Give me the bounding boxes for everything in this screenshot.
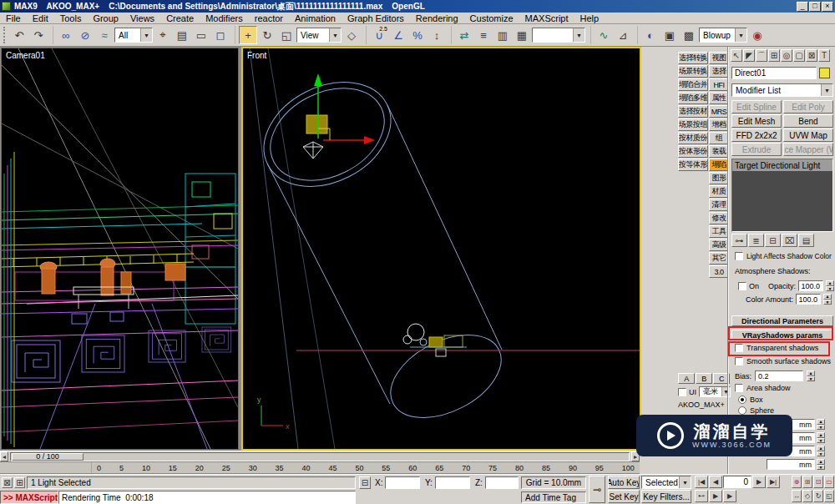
menu-item[interactable]: Tools <box>54 13 88 23</box>
color-amount-field[interactable]: 100.0 <box>796 294 821 305</box>
uvw-map-button[interactable]: UVW Map <box>783 129 833 142</box>
play-animation-icon[interactable]: ▶ <box>709 490 722 502</box>
add-time-tag[interactable]: Add Time Tag <box>521 491 586 503</box>
script-button[interactable]: 按体形份 <box>678 145 708 158</box>
next-frame-icon[interactable]: ▶ <box>752 476 766 488</box>
set-key-button[interactable]: Set Key <box>608 490 640 503</box>
minimize-button[interactable]: _ <box>797 2 808 12</box>
region-select-icon[interactable]: ▭ <box>192 26 210 44</box>
edit-spline-button[interactable]: Edit Spline <box>731 100 782 113</box>
script-button[interactable]: 按等体形 <box>678 159 708 171</box>
menu-item[interactable]: Customize <box>464 13 519 23</box>
menu-item[interactable]: Animation <box>289 13 342 23</box>
named-sets-dropdown[interactable]: ▼ <box>532 28 585 43</box>
make-unique-icon[interactable]: ⊟ <box>765 234 781 247</box>
area-shadow-checkbox[interactable] <box>735 384 743 392</box>
modifier-stack-item[interactable]: Target Directional Light <box>732 159 832 171</box>
key-mode-toggle-icon[interactable]: ⊷ <box>695 490 708 502</box>
modify-tab-icon[interactable]: ⌒ <box>756 49 767 62</box>
motion-tab-icon[interactable]: ◎ <box>781 49 792 62</box>
zoom-icon[interactable]: ⊕ <box>792 476 802 488</box>
spinner-snap-icon[interactable]: ↕ <box>428 26 446 44</box>
select-object-icon[interactable]: ⌖ <box>154 26 172 44</box>
select-move-icon[interactable]: + <box>239 26 257 44</box>
script-button[interactable]: 增档 <box>709 118 729 131</box>
select-by-name-icon[interactable]: ▤ <box>173 26 191 44</box>
viewport-front-label[interactable]: Front <box>247 51 266 60</box>
previous-frame-icon[interactable]: ◀ <box>709 476 722 488</box>
window-crossing-icon[interactable]: ◻ <box>211 26 230 44</box>
curve-editor-icon[interactable]: ∿ <box>595 26 613 44</box>
remove-modifier-icon[interactable]: ⌧ <box>782 234 797 247</box>
script-button[interactable]: 装载 <box>709 145 729 158</box>
snaps-toggle-icon[interactable]: ∪2.5 <box>370 26 388 44</box>
script-button[interactable]: 塌陷合并 <box>678 78 708 91</box>
transparent-shadows-checkbox[interactable] <box>735 344 743 352</box>
z-coordinate-field[interactable] <box>485 476 519 489</box>
directional-parameters-rollout[interactable]: Directional Parameters <box>731 315 833 326</box>
current-frame-field[interactable]: 0 <box>723 476 752 488</box>
abc-button[interactable]: B <box>696 373 712 384</box>
menu-item[interactable]: Graph Editors <box>342 13 410 23</box>
named-selection-sets-icon[interactable]: ▦ <box>513 26 531 44</box>
script-button[interactable]: HFI <box>709 78 729 91</box>
use-pivot-icon[interactable]: ◇ <box>342 26 361 44</box>
script-button[interactable]: 3.0 <box>709 265 729 278</box>
render-setup-icon[interactable]: ▣ <box>660 26 679 44</box>
display-tab-icon[interactable]: ▢ <box>793 49 805 62</box>
modifier-list-dropdown[interactable]: Modifier List ▼ <box>731 83 833 97</box>
redo-icon[interactable]: ↷ <box>29 26 48 44</box>
zoom-all-icon[interactable]: ⊞ <box>802 476 812 488</box>
arrow-tool-icon[interactable]: ↖ <box>731 49 742 62</box>
atmosphere-on-checkbox[interactable] <box>738 282 746 290</box>
vray-shadows-rollout[interactable]: VRayShadows params <box>731 330 833 340</box>
script-button[interactable]: 选择转换 <box>678 52 708 64</box>
collapse-script-button[interactable]: 塌陷 <box>709 159 729 171</box>
script-button[interactable]: MRS <box>709 105 729 118</box>
abc-button[interactable]: A <box>678 373 695 384</box>
align-icon[interactable]: ≡ <box>474 26 493 44</box>
object-name-field[interactable]: Direct01 <box>731 67 817 79</box>
zoom-extents-icon[interactable]: ⊡ <box>813 476 823 488</box>
script-button[interactable]: 场景转换 <box>678 65 708 78</box>
viewport-camera-label[interactable]: Camera01 <box>6 51 45 60</box>
modifier-stack[interactable]: Target Directional Light <box>731 159 833 232</box>
toolbar-drag-handle[interactable] <box>3 27 7 43</box>
absolute-mode-icon[interactable]: ⊞ <box>14 477 25 488</box>
zoom-region-icon[interactable]: ▭ <box>824 476 834 488</box>
opacity-spinner[interactable]: ▲▼ <box>826 280 834 291</box>
script-button[interactable]: 工具 <box>709 225 729 238</box>
time-slider-button[interactable]: 0 / 100 <box>12 453 84 461</box>
size-spinner[interactable]: ▲▼ <box>817 459 825 470</box>
extrude-button[interactable]: Extrude <box>731 143 782 156</box>
pan-icon[interactable]: ↔ <box>792 490 802 502</box>
opacity-field[interactable]: 100.0 <box>798 280 823 291</box>
pin-stack-icon[interactable]: ⊶ <box>731 234 747 247</box>
mirror-icon[interactable]: ⇄ <box>455 26 473 44</box>
render-last-icon[interactable]: ▩ <box>680 26 698 44</box>
size-spinner[interactable]: ▲▼ <box>817 432 825 443</box>
script-button[interactable]: 高级 <box>709 239 729 251</box>
angle-snap-icon[interactable]: ∠ <box>389 26 407 44</box>
utilities-tab-icon[interactable]: ⊠ <box>806 49 817 62</box>
script-button[interactable]: 按材质份 <box>678 132 708 144</box>
script-button[interactable]: 修改 <box>709 212 729 224</box>
script-button[interactable]: 选择按材 <box>678 105 708 118</box>
undo-icon[interactable]: ↶ <box>10 26 28 44</box>
menu-item[interactable]: File <box>0 13 27 23</box>
viewport-front[interactable]: Front <box>241 47 641 451</box>
field-of-view-icon[interactable]: ◇ <box>802 490 812 502</box>
edit-mesh-button[interactable]: Edit Mesh <box>731 114 782 128</box>
auto-key-button[interactable]: Auto Key <box>608 476 640 489</box>
color-amount-spinner[interactable]: ▲▼ <box>823 294 832 305</box>
ui-checkbox[interactable] <box>678 388 686 396</box>
ffd-2x2x2-button[interactable]: FFD 2x2x2 <box>731 129 782 142</box>
face-mapper-button[interactable]: ace Mapper (W <box>783 143 833 156</box>
key-selection-dropdown[interactable]: Selected ▼ <box>641 476 691 489</box>
edit-poly-button[interactable]: Edit Poly <box>783 100 833 113</box>
create-tab-icon[interactable]: ◤ <box>743 49 755 62</box>
lock-selection-icon[interactable]: ⊠ <box>2 477 13 488</box>
time-slider-track[interactable]: 0 / 100 <box>10 452 630 461</box>
script-button[interactable]: 视图 <box>709 52 729 64</box>
select-rotate-icon[interactable]: ↻ <box>258 26 276 44</box>
